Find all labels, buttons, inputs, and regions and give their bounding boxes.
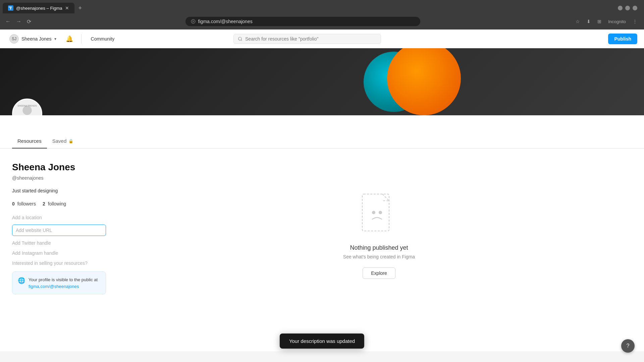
- extensions-button[interactable]: ⊞: [595, 17, 604, 25]
- profile-handle: @sheenajones: [12, 175, 106, 181]
- instagram-placeholder[interactable]: Add Instagram handle: [12, 250, 58, 256]
- selling-label[interactable]: Interested in selling your resources?: [12, 260, 88, 266]
- maximize-button[interactable]: [625, 6, 630, 10]
- tab-favicon: [8, 5, 13, 11]
- download-button[interactable]: ⬇: [584, 17, 593, 25]
- publish-button[interactable]: Publish: [608, 34, 637, 44]
- twitter-field: Add Twitter handle: [12, 240, 106, 246]
- browser-nav: ← → ⟳ figma.com/@sheenajones ☆ ⬇ ⊞ Incog…: [0, 13, 644, 29]
- tab-title: @sheenajones – Figma: [16, 6, 62, 11]
- resources-area: Nothing published yet See what's being c…: [126, 162, 632, 294]
- search-bar[interactable]: [233, 34, 381, 44]
- profile-sidebar: Sheena Jones @sheenajones Just started d…: [12, 162, 106, 294]
- explore-button[interactable]: Explore: [363, 267, 395, 279]
- community-link[interactable]: Community: [88, 35, 117, 43]
- globe-icon: 🌐: [18, 277, 25, 284]
- profile-bio: Just started designing: [12, 187, 106, 194]
- followers-stat: 0 followers: [12, 201, 36, 206]
- empty-subtitle: See what's being created in Figma: [343, 254, 415, 259]
- notice-content: Your profile is visible to the public at…: [29, 277, 98, 289]
- window-controls: [614, 6, 641, 10]
- tab-bar: @sheenajones – Figma ✕ +: [0, 0, 644, 13]
- instagram-field: Add Instagram handle: [12, 250, 106, 256]
- tab-saved[interactable]: Saved 🔒: [47, 134, 79, 148]
- svg-point-0: [191, 19, 195, 23]
- svg-point-7: [372, 211, 375, 214]
- chevron-down-icon: ▾: [54, 37, 56, 41]
- website-input[interactable]: [12, 225, 106, 236]
- toast-notification: Your description was updated: [280, 334, 364, 349]
- empty-illustration: [359, 191, 399, 238]
- svg-point-3: [22, 106, 32, 115]
- public-profile-notice: 🌐 Your profile is visible to the public …: [12, 272, 106, 294]
- user-menu[interactable]: SJ Sheena Jones ▾: [7, 33, 59, 45]
- user-name-label: Sheena Jones: [21, 36, 52, 42]
- svg-rect-6: [362, 194, 389, 231]
- selling-field: Interested in selling your resources?: [12, 260, 106, 266]
- profile-tabs: Resources Saved 🔒: [0, 115, 644, 148]
- following-stat: 2 following: [43, 201, 66, 206]
- app-bar: SJ Sheena Jones ▾ 🔔 Community Publish: [0, 29, 644, 48]
- browser-chrome: @sheenajones – Figma ✕ + ← → ⟳ figma.com…: [0, 0, 644, 29]
- main-content: Sheena Jones @sheenajones Just started d…: [0, 148, 644, 308]
- tab-resources[interactable]: Resources: [12, 134, 47, 148]
- twitter-placeholder[interactable]: Add Twitter handle: [12, 240, 51, 246]
- more-button[interactable]: ⋮: [630, 17, 640, 25]
- refresh-button[interactable]: ⟳: [25, 17, 33, 26]
- notice-text: Your profile is visible to the public at: [29, 277, 98, 282]
- new-tab-button[interactable]: +: [76, 5, 85, 12]
- profile-avatar-wrapper: SHEENA TRENDS: [12, 99, 42, 115]
- avatar: SJ: [9, 34, 19, 44]
- divider: [81, 34, 82, 44]
- header-background: [0, 48, 644, 115]
- profile-header: SHEENA TRENDS: [0, 48, 644, 115]
- minimize-button[interactable]: [618, 6, 623, 10]
- search-input[interactable]: [245, 36, 377, 42]
- nav-actions: ☆ ⬇ ⊞ Incognito ⋮: [573, 17, 640, 25]
- close-button[interactable]: [633, 6, 637, 10]
- profile-avatar: SHEENA TRENDS: [12, 99, 42, 115]
- website-field: [12, 225, 106, 236]
- avatar-image: SHEENA TRENDS: [13, 100, 41, 115]
- address-text: figma.com/@sheenajones: [198, 19, 415, 24]
- help-button[interactable]: ?: [621, 339, 635, 351]
- forward-button[interactable]: →: [15, 17, 23, 26]
- location-placeholder[interactable]: Add a location: [12, 214, 42, 221]
- active-tab[interactable]: @sheenajones – Figma ✕: [3, 3, 74, 13]
- location-field: Add a location: [12, 215, 106, 221]
- back-button[interactable]: ←: [4, 17, 12, 26]
- bookmark-button[interactable]: ☆: [573, 17, 583, 25]
- lock-icon: 🔒: [68, 139, 73, 143]
- svg-text:SHEENA TRENDS: SHEENA TRENDS: [17, 105, 37, 107]
- address-bar[interactable]: figma.com/@sheenajones: [185, 17, 420, 26]
- tab-close-button[interactable]: ✕: [65, 5, 69, 11]
- profile-name: Sheena Jones: [12, 162, 106, 173]
- followers-row: 0 followers 2 following: [12, 201, 106, 206]
- incognito-label: Incognito: [605, 18, 629, 25]
- svg-point-1: [238, 37, 241, 40]
- page: SJ Sheena Jones ▾ 🔔 Community Publish: [0, 29, 644, 351]
- profile-public-link[interactable]: figma.com/@sheenajones: [29, 284, 79, 289]
- svg-point-8: [379, 211, 382, 214]
- notification-button[interactable]: 🔔: [64, 34, 74, 44]
- empty-title: Nothing published yet: [350, 244, 408, 251]
- toast-message: Your description was updated: [289, 338, 355, 344]
